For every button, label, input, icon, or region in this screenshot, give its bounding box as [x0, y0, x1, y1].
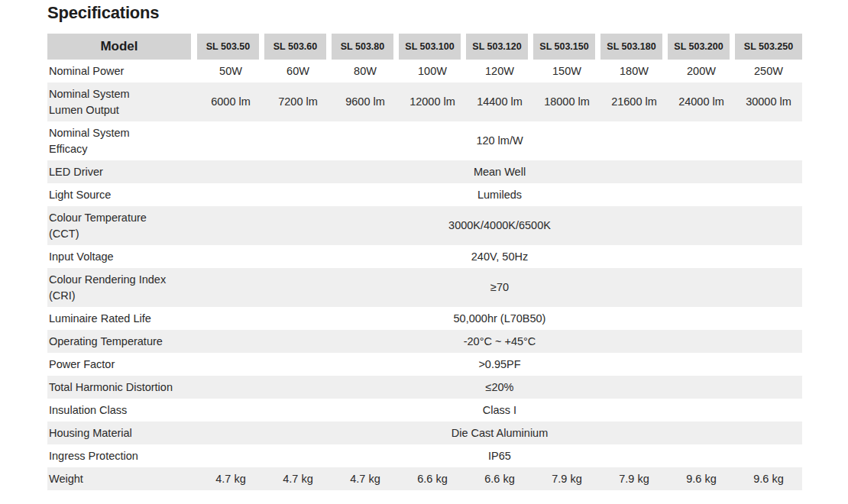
spec-value-cell: 7200 lm [264, 82, 332, 121]
spec-row-label: Weight [47, 467, 197, 490]
spec-value-cell: 250W [735, 60, 802, 82]
table-row: Power Factor>0.95PF [47, 353, 802, 376]
model-column-header: SL 503.250 [735, 34, 802, 60]
table-row: Input Voltage240V, 50Hz [47, 245, 802, 268]
spec-value-cell: 60W [264, 60, 332, 82]
table-row: Housing MaterialDie Cast Aluminium [47, 422, 802, 444]
table-row: Nominal System Lumen Output6000 lm7200 l… [47, 82, 802, 121]
spec-value-cell: 7.9 kg [600, 467, 668, 490]
spec-value-cell: 80W [332, 60, 399, 82]
spec-value-cell: >0.95PF [197, 353, 802, 376]
spec-row-label: Power Factor [47, 353, 197, 376]
spec-value-cell: ≥70 [197, 268, 802, 307]
table-row: Ingress ProtectionIP65 [47, 444, 802, 467]
spec-value-cell: 9.6 kg [668, 467, 735, 490]
spec-sheet-page: Specifications Model SL 503.50SL 503.60S… [0, 0, 848, 504]
table-row: Total Harmonic Distortion≤20% [47, 376, 802, 399]
spec-row-label: Ingress Protection [47, 444, 197, 467]
model-column-header: SL 503.50 [197, 34, 264, 60]
model-column-header: SL 503.80 [332, 34, 399, 60]
model-column-header: SL 503.120 [466, 34, 533, 60]
spec-value-cell: 180W [600, 60, 668, 82]
spec-value-cell: Mean Well [197, 160, 802, 183]
spec-value-cell: 24000 lm [668, 82, 735, 121]
spec-row-label: Colour Temperature (CCT) [47, 206, 197, 245]
table-row: Operating Temperature-20°C ~ +45°C [47, 330, 802, 353]
table-row: Weight4.7 kg4.7 kg4.7 kg6.6 kg6.6 kg7.9 … [47, 467, 802, 490]
spec-row-label: Light Source [47, 183, 197, 206]
spec-value-cell: 12000 lm [399, 82, 466, 121]
table-row: Colour Temperature (CCT)3000K/4000K/6500… [47, 206, 802, 245]
spec-value-cell: 120 lm/W [197, 121, 802, 160]
page-title: Specifications [47, 2, 848, 24]
spec-value-cell: -20°C ~ +45°C [197, 330, 802, 353]
table-row: LED DriverMean Well [47, 160, 802, 183]
spec-value-cell: 6.6 kg [466, 467, 533, 490]
spec-value-cell: ≤20% [197, 376, 802, 399]
spec-rows: Nominal Power50W60W80W100W120W150W180W20… [47, 60, 802, 490]
spec-value-cell: 150W [533, 60, 600, 82]
table-row: Luminaire Rated Life50,000hr (L70B50) [47, 307, 802, 330]
model-column-header: SL 503.150 [533, 34, 600, 60]
spec-row-label: LED Driver [47, 160, 197, 183]
spec-value-cell: 4.7 kg [332, 467, 399, 490]
spec-row-label: Nominal Power [47, 60, 197, 82]
model-column-header: SL 503.180 [600, 34, 668, 60]
spec-row-label: Nominal System Lumen Output [47, 82, 197, 121]
spec-value-cell: 50,000hr (L70B50) [197, 307, 802, 330]
table-row: Light SourceLumileds [47, 183, 802, 206]
spec-value-cell: IP65 [197, 444, 802, 467]
spec-value-cell: 240V, 50Hz [197, 245, 802, 268]
spec-row-label: Input Voltage [47, 245, 197, 268]
spec-value-cell: 9600 lm [332, 82, 399, 121]
spec-value-cell: 14400 lm [466, 82, 533, 121]
model-column-header: SL 503.60 [264, 34, 332, 60]
spec-value-cell: Die Cast Aluminium [197, 422, 802, 444]
spec-value-cell: 50W [197, 60, 264, 82]
spec-row-label: Colour Rendering Index (CRI) [47, 268, 197, 307]
model-column-header: SL 503.100 [399, 34, 466, 60]
spec-value-cell: 18000 lm [533, 82, 600, 121]
spec-value-cell: 6.6 kg [399, 467, 466, 490]
spec-value-cell: 4.7 kg [197, 467, 264, 490]
spec-value-cell: 7.9 kg [533, 467, 600, 490]
spec-value-cell: 30000 lm [735, 82, 802, 121]
spec-value-cell: 9.6 kg [735, 467, 802, 490]
spec-value-cell: 3000K/4000K/6500K [197, 206, 802, 245]
spec-value-cell: 6000 lm [197, 82, 264, 121]
model-column-header: SL 503.200 [668, 34, 735, 60]
model-header-row: Model SL 503.50SL 503.60SL 503.80SL 503.… [47, 34, 802, 60]
table-row: Insulation ClassClass I [47, 399, 802, 422]
spec-value-cell: Class I [197, 399, 802, 422]
model-header: Model [47, 34, 197, 60]
spec-row-label: Housing Material [47, 422, 197, 444]
spec-row-label: Luminaire Rated Life [47, 307, 197, 330]
table-row: Colour Rendering Index (CRI)≥70 [47, 268, 802, 307]
spec-value-cell: 21600 lm [600, 82, 668, 121]
spec-row-label: Insulation Class [47, 399, 197, 422]
spec-row-label: Operating Temperature [47, 330, 197, 353]
table-row: Nominal System Efficacy120 lm/W [47, 121, 802, 160]
spec-value-cell: 4.7 kg [264, 467, 332, 490]
table-row: Nominal Power50W60W80W100W120W150W180W20… [47, 60, 802, 82]
spec-value-cell: 100W [399, 60, 466, 82]
spec-value-cell: 120W [466, 60, 533, 82]
spec-value-cell: Lumileds [197, 183, 802, 206]
spec-row-label: Total Harmonic Distortion [47, 376, 197, 399]
spec-value-cell: 200W [668, 60, 735, 82]
spec-row-label: Nominal System Efficacy [47, 121, 197, 160]
specifications-table: Model SL 503.50SL 503.60SL 503.80SL 503.… [47, 34, 802, 490]
